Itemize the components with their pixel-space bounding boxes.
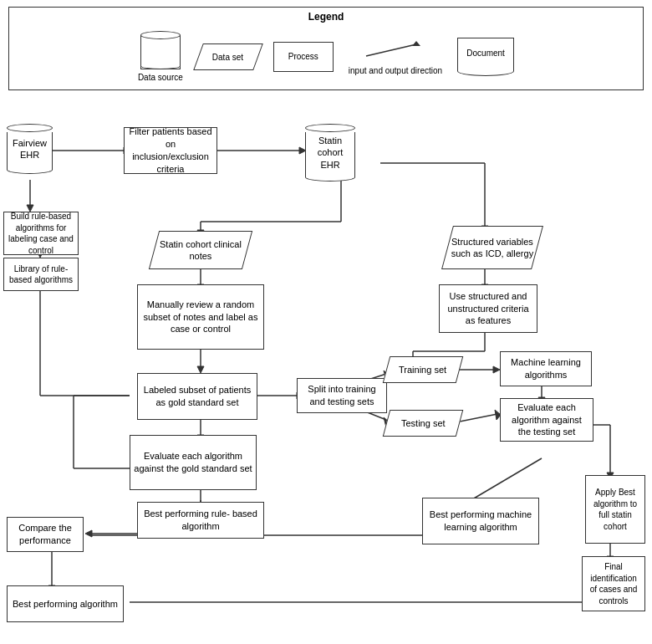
use-structured-label: Use structured and unstructured criteria… <box>443 290 533 328</box>
arrow-icon <box>362 38 429 63</box>
eval-testing-label: Evaluate each algorithm against the test… <box>504 401 589 439</box>
build-rule: Build rule-based algorithms for labeling… <box>3 212 79 255</box>
statin-ehr-label: Statin cohort EHR <box>308 135 353 171</box>
compare-label: Compare the performance <box>11 522 79 547</box>
filter-patients-label: Filter patients based on inclusion/exclu… <box>128 125 213 175</box>
labeled-subset: Labeled subset of patients as gold stand… <box>137 373 257 420</box>
library-rule-label: Library of rule-based algorithms <box>8 263 74 286</box>
datasource-icon <box>140 31 181 69</box>
legend-title: Legend <box>16 11 636 23</box>
svg-marker-24 <box>493 366 500 373</box>
best-rule: Best performing rule- based algorithm <box>137 502 264 539</box>
use-structured: Use structured and unstructured criteria… <box>439 284 537 333</box>
final-id-label: Final identification of cases and contro… <box>586 561 641 606</box>
document-icon: Document <box>457 38 514 76</box>
fairview-ehr: Fairview EHR <box>7 124 53 174</box>
training-set: Training set <box>383 356 464 383</box>
split-sets: Split into training and testing sets <box>297 378 387 413</box>
ml-algorithms-label: Machine learning algorithms <box>504 356 588 381</box>
eval-gold: Evaluate each algorithm against the gold… <box>130 435 257 490</box>
testing-set: Testing set <box>383 410 464 437</box>
legend-items: Data source Data set Process inpu <box>16 28 636 82</box>
svg-marker-1 <box>412 41 420 46</box>
fairview-label: Fairview EHR <box>9 137 50 161</box>
best-rule-label: Best performing rule- based algorithm <box>141 508 260 533</box>
legend-datasource: Data source <box>138 31 183 82</box>
diagram-container: Legend Data source Data set Proce <box>0 0 652 644</box>
build-rule-label: Build rule-based algorithms for labeling… <box>8 211 74 256</box>
best-ml-label: Best performing machine learning algorit… <box>426 509 535 534</box>
svg-marker-16 <box>197 366 204 373</box>
apply-best: Apply Best algorithm to full statin coho… <box>585 475 645 544</box>
structured-vars-label: Structured variables such as ICD, allerg… <box>448 236 537 260</box>
legend-arrow-label: input and output direction <box>349 66 442 75</box>
statin-notes: Statin cohort clinical notes <box>149 231 252 269</box>
legend-dataset: Data set <box>198 43 258 70</box>
library-rule: Library of rule-based algorithms <box>3 258 79 291</box>
dataset-icon: Data set <box>193 43 263 70</box>
ml-algorithms: Machine learning algorithms <box>500 351 592 386</box>
training-set-label: Training set <box>399 365 446 375</box>
manually-review: Manually review a random subset of notes… <box>137 284 264 350</box>
testing-set-label: Testing set <box>401 418 446 428</box>
compare: Compare the performance <box>7 517 84 552</box>
manually-review-label: Manually review a random subset of notes… <box>141 299 260 336</box>
svg-line-49 <box>468 458 542 502</box>
legend-arrow: input and output direction <box>349 38 442 75</box>
arrows-layer <box>0 0 652 644</box>
best-algo: Best performing algorithm <box>7 585 124 622</box>
split-sets-label: Split into training and testing sets <box>301 383 383 408</box>
legend-process: Process <box>273 42 334 72</box>
filter-patients: Filter patients based on inclusion/exclu… <box>124 127 217 174</box>
legend-datasource-label: Data source <box>138 73 183 82</box>
best-algo-label: Best performing algorithm <box>13 598 118 611</box>
legend-dataset-label: Data set <box>212 52 243 61</box>
final-id: Final identification of cases and contro… <box>582 556 645 611</box>
structured-vars: Structured variables such as ICD, allerg… <box>441 226 543 269</box>
legend-document-label: Document <box>466 49 505 58</box>
svg-marker-37 <box>85 530 92 537</box>
labeled-subset-label: Labeled subset of patients as gold stand… <box>141 384 253 409</box>
legend-document: Document <box>457 38 514 76</box>
svg-line-0 <box>366 44 416 56</box>
legend-process-label: Process <box>288 52 318 61</box>
process-icon: Process <box>273 42 334 72</box>
best-ml: Best performing machine learning algorit… <box>422 498 539 544</box>
eval-gold-label: Evaluate each algorithm against the gold… <box>134 450 252 475</box>
statin-cohort-ehr: Statin cohort EHR <box>305 124 355 181</box>
apply-best-label: Apply Best algorithm to full statin coho… <box>589 487 641 532</box>
legend-box: Legend Data source Data set Proce <box>8 7 644 90</box>
eval-testing: Evaluate each algorithm against the test… <box>500 398 593 442</box>
statin-notes-label: Statin cohort clinical notes <box>155 238 247 263</box>
